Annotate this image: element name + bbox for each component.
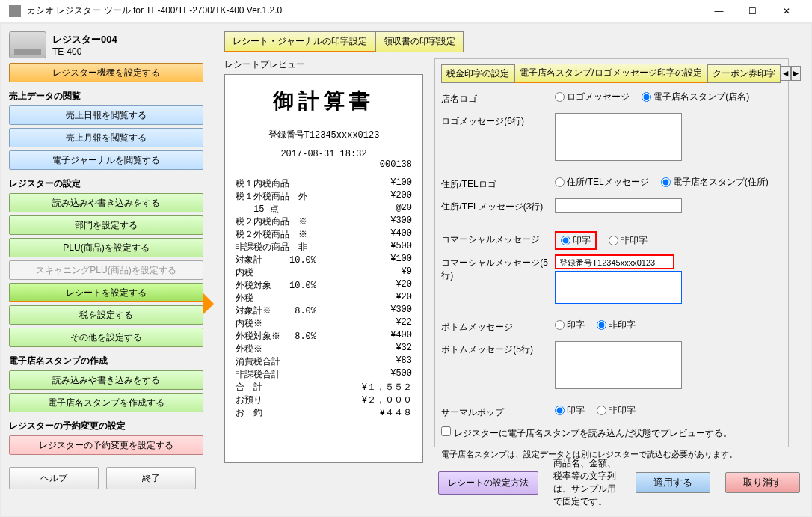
receipt-line: 税２内税商品 ※¥300	[236, 215, 412, 228]
apply-button[interactable]: 適用する	[636, 472, 710, 493]
receipt-line: 内税※¥22	[236, 317, 412, 330]
cmmsg-label: コマーシャルメッセージ(5行)	[441, 254, 555, 282]
thermal-radio-noprint[interactable]: 非印字	[597, 404, 636, 417]
register-name: レジスター004	[52, 33, 117, 46]
stamp-readwrite-button[interactable]: 読み込みや書き込みをする	[9, 370, 203, 390]
btm-radio-noprint[interactable]: 非印字	[597, 319, 636, 331]
thermal-label: サーマルポップ	[441, 404, 555, 419]
receipt-line: 15 点@20	[236, 203, 412, 215]
plu-button[interactable]: PLU(商品)を設定する	[9, 238, 203, 257]
settings-panel: 税金印字の設定 電子店名スタンプ/ロゴメッセージ印字の設定 クーポン券印字 ◄ …	[434, 58, 789, 447]
scanplu-button: スキャニングPLU(商品)を設定する	[9, 260, 203, 280]
subtab-coupon[interactable]: クーポン券印字	[707, 64, 781, 83]
tab-ryoshusho[interactable]: 領収書の印字設定	[375, 31, 464, 52]
cancel-button[interactable]: 取り消す	[725, 472, 800, 493]
receipt-line: 対象計 10.0%¥100	[236, 254, 412, 266]
tab-scroll-left[interactable]: ◄	[781, 66, 791, 81]
receipt-preview: 御計算書 登録番号T12345xxxx0123 2017-08-31 18:32…	[224, 74, 423, 463]
tab-scroll-right[interactable]: ►	[791, 66, 802, 81]
btm-label: ボトムメッセージ	[441, 319, 555, 334]
btmmsg-input[interactable]	[555, 341, 682, 389]
footer-msg: 商品名、金額、税率等の文字列は、サンプル用で固定です。	[553, 457, 621, 508]
section-sales: 売上データの閲覧	[9, 90, 206, 103]
addr-radio-message[interactable]: 住所/TELメッセージ	[555, 176, 648, 189]
receipt-line: 税１外税商品 外¥200	[236, 190, 412, 203]
other-button[interactable]: その他を設定する	[9, 328, 203, 347]
cm-radio-noprint[interactable]: 非印字	[609, 234, 648, 247]
reserve-button[interactable]: レジスターの予約変更を設定する	[9, 435, 203, 455]
set-model-button[interactable]: レジスター機種を設定する	[9, 63, 203, 82]
receipt-line: 外税対象※ 8.0%¥400	[236, 330, 412, 343]
help-button[interactable]: ヘルプ	[9, 467, 99, 489]
btm-radio-print[interactable]: 印字	[555, 319, 585, 331]
cm-label: コマーシャルメッセージ	[441, 231, 555, 246]
cm-radio-print-highlight: 印字	[555, 231, 597, 250]
receipt-paid: お預り¥２，０００	[236, 394, 412, 406]
receipt-button[interactable]: レシートを設定する	[9, 283, 203, 302]
logo-radio-message[interactable]: ロゴメッセージ	[555, 91, 630, 103]
receipt-line: 消費税合計¥83	[236, 355, 412, 368]
app-icon	[9, 5, 21, 17]
receipt-line: 内税¥9	[236, 266, 412, 279]
section-reserve: レジスターの予約変更の設定	[9, 420, 206, 432]
minimize-button[interactable]: —	[702, 0, 736, 22]
window-title: カシオ レジスター ツール for TE-400/TE-2700/TK-400 …	[27, 4, 702, 17]
daily-report-button[interactable]: 売上日報を閲覧する	[9, 105, 203, 125]
subtab-tax-print[interactable]: 税金印字の設定	[441, 64, 514, 83]
receipt-ticket: 000138	[236, 159, 412, 170]
receipt-change: お 釣¥４４８	[236, 406, 412, 419]
addrmsg-label: 住所/TELメッセージ(3行)	[441, 198, 555, 213]
cmmsg-value: 登録番号T12345xxxx0123	[555, 254, 674, 269]
stamp-create-button[interactable]: 電子店名スタンプを作成する	[9, 393, 203, 412]
receipt-line: 税１内税商品¥100	[236, 177, 412, 190]
sidebar: レジスター004 TE-400 レジスター機種を設定する 売上データの閲覧 売上…	[1, 24, 214, 516]
receipt-title: 御計算書	[236, 87, 412, 115]
receipt-line: 外税対象 10.0%¥20	[236, 279, 412, 292]
section-register: レジスターの設定	[9, 177, 206, 190]
logo-label: 店名ロゴ	[441, 91, 555, 105]
tab-receipt-journal[interactable]: レシート・ジャーナルの印字設定	[224, 31, 375, 52]
receipt-line: 非課税の商品 非¥500	[236, 241, 412, 254]
addr-radio-stamp[interactable]: 電子店名スタンプ(住所)	[661, 176, 769, 189]
section-stamp: 電子店名スタンプの作成	[9, 355, 206, 367]
logo-radio-stamp[interactable]: 電子店名スタンプ(店名)	[642, 91, 749, 103]
tax-button[interactable]: 税を設定する	[9, 305, 203, 325]
receipt-line: 外税¥20	[236, 292, 412, 305]
ejournal-button[interactable]: 電子ジャーナルを閲覧する	[9, 150, 203, 170]
btmmsg-label: ボトムメッセージ(5行)	[441, 341, 555, 356]
cmmsg-input[interactable]	[555, 271, 682, 304]
dept-button[interactable]: 部門を設定する	[9, 215, 203, 235]
receipt-line: 外税※¥32	[236, 343, 412, 355]
maximize-button[interactable]: ☐	[736, 0, 769, 22]
receipt-line: 非課税合計¥500	[236, 368, 412, 381]
receipt-date: 2017-08-31 18:32	[236, 149, 412, 159]
register-model: TE-400	[52, 46, 117, 57]
close-button[interactable]: ✕	[769, 0, 803, 22]
preview-stamp-checkbox[interactable]: レジスターに電子店名スタンプを読み込んだ状態でプレビューする。	[441, 426, 731, 440]
receipt-total: 合 計¥１，５５２	[236, 381, 412, 394]
top-tabs: レシート・ジャーナルの印字設定 領収書の印字設定	[224, 31, 800, 52]
monthly-report-button[interactable]: 売上月報を閲覧する	[9, 128, 203, 147]
thermal-radio-print[interactable]: 印字	[555, 404, 585, 417]
receipt-line: 対象計※ 8.0%¥300	[236, 305, 412, 317]
cm-radio-print[interactable]	[561, 236, 570, 245]
logomsg-input[interactable]	[555, 113, 682, 161]
howto-button[interactable]: レシートの設定方法	[438, 471, 538, 495]
exit-button[interactable]: 終了	[106, 467, 196, 489]
arrow-pointer-icon	[203, 293, 214, 314]
register-icon	[9, 31, 46, 58]
receipt-reg-line: 登録番号T12345xxxx0123	[236, 129, 412, 141]
addrmsg-input[interactable]	[555, 198, 682, 213]
titlebar: カシオ レジスター ツール for TE-400/TE-2700/TK-400 …	[0, 0, 812, 22]
logomsg-label: ロゴメッセージ(6行)	[441, 113, 555, 128]
receipt-line: 税２外税商品 ※¥400	[236, 228, 412, 241]
subtab-stamp-logo[interactable]: 電子店名スタンプ/ロゴメッセージ印字の設定	[514, 64, 707, 83]
content-area: レシート・ジャーナルの印字設定 領収書の印字設定 レシートプレビュー 御計算書 …	[214, 24, 811, 516]
addr-label: 住所/TELロゴ	[441, 176, 555, 191]
readwrite-button[interactable]: 読み込みや書き込みをする	[9, 193, 203, 212]
preview-label: レシートプレビュー	[224, 58, 426, 71]
